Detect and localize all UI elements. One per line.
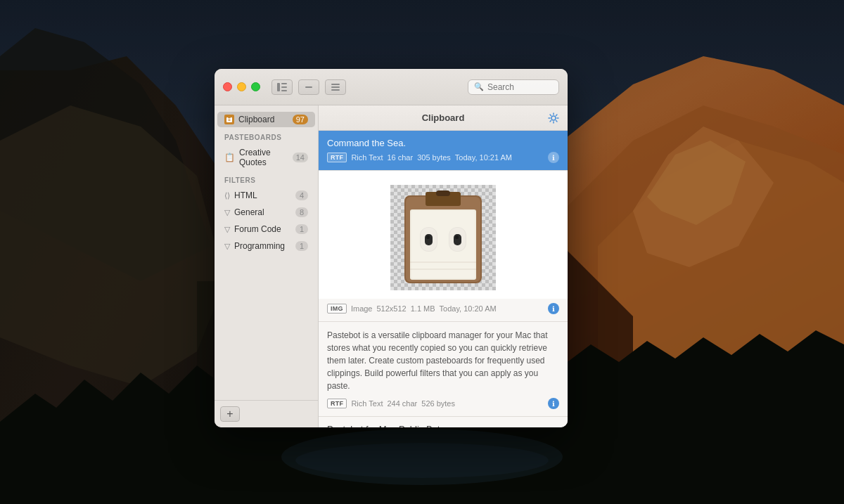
- html-filter-label: HTML: [234, 190, 291, 200]
- svg-rect-17: [281, 83, 287, 84]
- add-pasteboard-button[interactable]: +: [220, 406, 240, 422]
- html-filter-icon: ⟨⟩: [224, 191, 230, 200]
- minus-icon: [305, 86, 312, 88]
- sidebar-item-html[interactable]: ⟨⟩ HTML 4: [217, 188, 315, 203]
- clipboard-panel: Clipboard Command the Sea. RTF Rich Text: [319, 105, 568, 427]
- clip-item-2-type: RTF: [327, 399, 347, 408]
- general-filter-icon: ▽: [224, 208, 230, 217]
- clip-item-3[interactable]: Pastebot for Mac Public Beta TXT Text Cl…: [319, 417, 568, 427]
- sidebar-toggle-button[interactable]: [271, 79, 293, 95]
- clipboard-items-list: Command the Sea. RTF Rich Text 16 char 3…: [319, 131, 568, 427]
- traffic-lights: [223, 82, 260, 91]
- clip-item-2-type-label: Rich Text: [351, 399, 383, 408]
- clip-item-0-info-button[interactable]: ℹ: [548, 152, 559, 163]
- window-body: Clipboard 97 PASTEBOARDS 📋 Creative Quot…: [215, 105, 568, 427]
- html-filter-count: 4: [295, 190, 308, 200]
- clip-item-1-timestamp: Today, 10:20 AM: [440, 304, 497, 313]
- clip-item-1-size: 1.1 MB: [411, 304, 435, 313]
- svg-rect-46: [455, 235, 459, 239]
- general-filter-count: 8: [295, 207, 308, 217]
- clipboard-icon-svg: [226, 116, 233, 123]
- sidebar-footer: +: [215, 400, 318, 427]
- clipboard-label: Clipboard: [238, 115, 288, 124]
- clip-item-2-chars: 244 char: [387, 399, 417, 408]
- filters-header: FILTERS: [215, 171, 318, 187]
- close-button[interactable]: [223, 82, 232, 91]
- clip-item-0-type-label: Rich Text: [351, 153, 383, 162]
- clipboard-panel-header: Clipboard: [319, 105, 568, 131]
- clip-item-0-bytes: 305 bytes: [417, 153, 451, 162]
- clip-item-1-info-button[interactable]: ℹ: [548, 303, 559, 314]
- maximize-button[interactable]: [251, 82, 260, 91]
- svg-rect-24: [226, 117, 232, 122]
- clip-item-1-type-label: Image: [351, 304, 373, 313]
- svg-rect-26: [229, 119, 231, 119]
- svg-rect-16: [277, 83, 280, 91]
- clip-item-0-type: RTF: [327, 153, 347, 162]
- svg-rect-22: [331, 86, 340, 88]
- general-filter-label: General: [234, 207, 291, 217]
- sidebar-item-creative-quotes[interactable]: 📋 Creative Quotes 14: [217, 145, 315, 170]
- search-bar[interactable]: 🔍: [468, 79, 559, 95]
- clip-item-0-title: Command the Sea.: [327, 138, 559, 148]
- pasteboards-header: PASTEBOARDS: [215, 128, 318, 144]
- svg-rect-42: [426, 235, 430, 239]
- creative-quotes-label: Creative Quotes: [239, 148, 288, 167]
- svg-rect-38: [436, 190, 450, 196]
- clip-item-2-content: Pastebot is a versatile clipboard manage…: [327, 329, 559, 392]
- sidebar-item-programming[interactable]: ▽ Programming 1: [217, 238, 315, 254]
- minus-button[interactable]: [298, 79, 319, 95]
- list-view-button[interactable]: [325, 79, 346, 95]
- sidebar: Clipboard 97 PASTEBOARDS 📋 Creative Quot…: [215, 105, 319, 427]
- clipboard-panel-title: Clipboard: [422, 112, 465, 123]
- clip-item-1-type: IMG: [327, 304, 347, 314]
- clip-item-1-meta: IMG Image 512x512 1.1 MB Today, 10:20 AM…: [319, 299, 568, 321]
- clip-item-3-title: Pastebot for Mac Public Beta: [327, 424, 559, 427]
- svg-rect-23: [331, 89, 340, 91]
- clipboard-count: 97: [293, 115, 308, 124]
- settings-gear-button[interactable]: [546, 111, 561, 125]
- clip-item-2[interactable]: Pastebot is a versatile clipboard manage…: [319, 322, 568, 417]
- prog-filter-count: 1: [295, 241, 308, 251]
- sidebar-item-general[interactable]: ▽ General 8: [217, 205, 315, 220]
- titlebar-controls: [271, 79, 346, 95]
- svg-rect-27: [229, 120, 231, 121]
- clip-item-0-chars: 16 char: [387, 153, 413, 162]
- pastebot-app-icon: [390, 185, 496, 290]
- app-window: 🔍 Clipboard 97 PASTEBO: [215, 69, 568, 427]
- title-bar: 🔍: [215, 69, 568, 105]
- sidebar-item-forum-code[interactable]: ▽ Forum Code 1: [217, 221, 315, 237]
- clip-item-2-meta: RTF Rich Text 244 char 526 bytes ℹ: [327, 398, 559, 409]
- creative-quotes-count: 14: [293, 153, 308, 162]
- clip-item-0-meta: RTF Rich Text 16 char 305 bytes Today, 1…: [327, 152, 559, 163]
- clip-item-1-dimensions: 512x512: [376, 304, 406, 313]
- clip-item-1-image-container: [319, 171, 568, 299]
- clip-item-2-info-button[interactable]: ℹ: [548, 398, 559, 409]
- list-icon: [331, 84, 340, 91]
- svg-point-28: [551, 116, 556, 120]
- forum-filter-icon: ▽: [224, 225, 230, 234]
- sidebar-item-clipboard[interactable]: Clipboard 97: [217, 112, 315, 127]
- clip-item-1[interactable]: IMG Image 512x512 1.1 MB Today, 10:20 AM…: [319, 171, 568, 322]
- minimize-button[interactable]: [237, 82, 246, 91]
- search-input[interactable]: [487, 82, 553, 92]
- svg-rect-21: [331, 84, 340, 85]
- svg-rect-18: [281, 86, 287, 88]
- creative-quotes-icon: 📋: [224, 153, 235, 162]
- clip-item-2-bytes: 526 bytes: [421, 399, 455, 408]
- search-icon: 🔍: [474, 82, 484, 91]
- prog-filter-label: Programming: [234, 241, 291, 251]
- prog-filter-icon: ▽: [224, 242, 230, 251]
- svg-rect-20: [305, 86, 312, 88]
- clip-item-0-timestamp: Today, 10:21 AM: [455, 153, 512, 162]
- sidebar-toggle-icon: [277, 83, 287, 91]
- clip-item-0[interactable]: Command the Sea. RTF Rich Text 16 char 3…: [319, 131, 568, 171]
- gear-icon: [548, 112, 559, 124]
- forum-filter-count: 1: [295, 224, 308, 234]
- svg-rect-25: [228, 116, 231, 118]
- forum-filter-label: Forum Code: [234, 224, 291, 234]
- clipboard-main-icon: [224, 115, 234, 124]
- svg-rect-19: [281, 90, 287, 91]
